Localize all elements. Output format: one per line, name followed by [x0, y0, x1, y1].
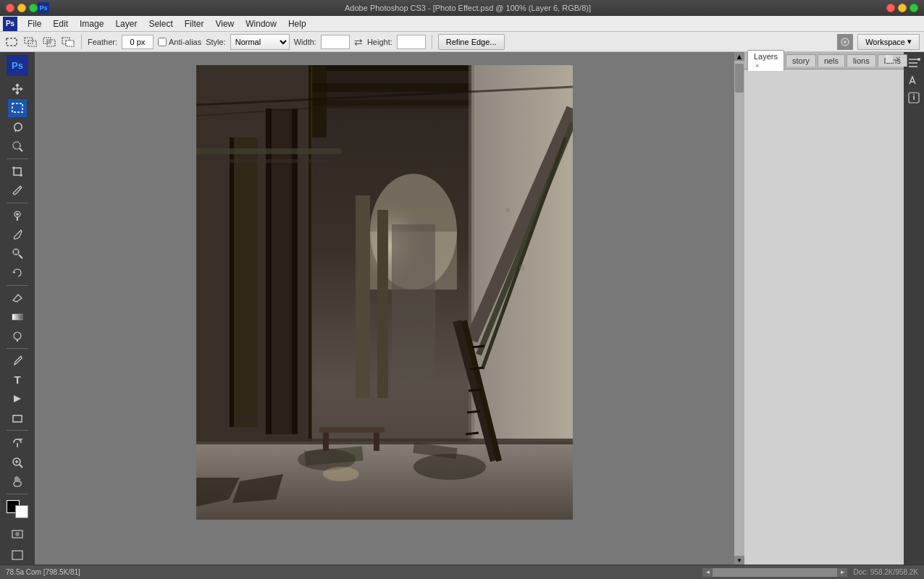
lasso-tool-button[interactable]	[8, 118, 27, 136]
tab-layers[interactable]: Layers ×	[747, 50, 784, 71]
background-color[interactable]	[15, 505, 28, 518]
dodge-tool-button[interactable]	[8, 326, 27, 345]
brush-tool-button[interactable]	[8, 225, 27, 243]
height-input[interactable]	[397, 35, 426, 49]
path-select-button[interactable]	[8, 390, 27, 408]
maximize-button-right[interactable]	[910, 4, 918, 12]
panel-window-controls: ⬜ ✕	[885, 55, 901, 63]
menu-filter[interactable]: Filter	[179, 17, 210, 30]
svg-line-65	[471, 346, 484, 347]
canvas-image[interactable]	[196, 65, 573, 520]
marquee-rect-icon[interactable]	[4, 35, 19, 49]
svg-rect-57	[377, 210, 388, 398]
toolbar-sep-3	[7, 285, 28, 286]
width-input[interactable]	[321, 35, 350, 49]
menu-image[interactable]: Image	[74, 17, 109, 30]
text-tool-button[interactable]: T	[8, 371, 27, 389]
ps-menu-icon: Ps	[3, 17, 17, 31]
toolbar-sep-6	[7, 494, 28, 494]
svg-rect-44	[232, 138, 258, 427]
scroll-left-button[interactable]: ◄	[702, 568, 713, 577]
workspace-button[interactable]: Workspace ▾	[857, 34, 920, 50]
antialias-checkbox[interactable]	[158, 38, 167, 46]
history-brush-button[interactable]	[8, 263, 27, 282]
character-panel-button[interactable]	[906, 72, 922, 88]
marquee-options-icon[interactable]	[23, 35, 38, 49]
feather-label: Feather:	[88, 38, 117, 46]
panels-area: Layers × story nels lions laths ⬜ ✕	[744, 52, 904, 565]
scroll-up-button[interactable]: ▲	[734, 52, 744, 61]
screen-mode-button[interactable]	[8, 546, 27, 565]
svg-rect-5	[47, 40, 51, 43]
hand-tool-button[interactable]	[8, 472, 27, 490]
menu-layer[interactable]: Layer	[109, 17, 143, 30]
svg-line-11	[15, 130, 16, 132]
shape-tool-button[interactable]	[8, 409, 27, 427]
ps-icon: Ps	[38, 2, 49, 14]
pen-tool-button[interactable]	[8, 352, 27, 370]
svg-rect-7	[66, 41, 74, 46]
foreground-background-colors[interactable]	[7, 500, 28, 518]
marquee-subtract-icon[interactable]	[61, 35, 75, 49]
feather-input[interactable]	[122, 35, 154, 49]
menu-edit[interactable]: Edit	[47, 17, 74, 30]
3d-rotate-button[interactable]	[8, 434, 27, 452]
tab-layers-close[interactable]: ×	[755, 62, 759, 69]
tab-actions[interactable]: lions	[847, 54, 876, 67]
photo-content	[196, 65, 573, 520]
marquee-tool-button[interactable]	[8, 99, 27, 117]
gradient-tool-button[interactable]	[8, 308, 27, 326]
eyedropper-tool-button[interactable]	[8, 181, 27, 199]
info-panel-button[interactable]	[906, 90, 922, 106]
separator-1	[81, 35, 82, 49]
quick-select-tool-button[interactable]	[8, 138, 27, 156]
antialias-wrapper: Anti-alias	[158, 38, 201, 46]
svg-line-68	[467, 411, 480, 413]
tab-history[interactable]: story	[786, 54, 816, 67]
menu-help[interactable]: Help	[282, 17, 312, 30]
menu-view[interactable]: View	[209, 17, 240, 30]
menu-window[interactable]: Window	[240, 17, 282, 30]
healing-brush-button[interactable]	[8, 206, 27, 224]
menu-select[interactable]: Select	[143, 17, 178, 30]
tool-presets-button[interactable]	[906, 55, 922, 71]
minimize-button-right[interactable]	[898, 4, 907, 12]
svg-rect-45	[230, 138, 234, 427]
eraser-tool-button[interactable]	[8, 289, 27, 307]
brush-preset-icon[interactable]	[837, 34, 853, 50]
panel-close[interactable]: ✕	[895, 55, 901, 63]
svg-rect-70	[319, 427, 385, 433]
close-button-right[interactable]	[886, 4, 895, 12]
width-label: Width:	[294, 38, 316, 46]
svg-point-9	[844, 41, 847, 43]
crop-tool-button[interactable]	[8, 162, 27, 180]
style-select[interactable]: Normal Fixed Ratio Fixed Size	[230, 34, 290, 50]
swap-dimensions-icon[interactable]: ⇄	[354, 36, 363, 48]
panel-minimize[interactable]: ⬜	[885, 55, 894, 63]
close-button[interactable]	[6, 4, 14, 12]
panel-body	[744, 69, 904, 565]
clone-stamp-button[interactable]	[8, 245, 27, 263]
tab-channels[interactable]: nels	[818, 54, 845, 67]
scroll-thumb[interactable]	[735, 64, 744, 93]
refine-edge-button[interactable]: Refine Edge...	[438, 34, 505, 50]
scroll-down-button[interactable]: ▼	[734, 556, 744, 565]
svg-rect-20	[12, 314, 22, 320]
marquee-intersect-icon[interactable]	[42, 35, 56, 49]
svg-rect-31	[12, 551, 22, 559]
far-right-toolbar	[904, 52, 924, 565]
menu-bar: Ps File Edit Image Layer Select Filter V…	[0, 16, 924, 32]
maximize-button[interactable]	[29, 4, 38, 12]
svg-line-13	[20, 148, 22, 151]
menu-file[interactable]: File	[22, 17, 47, 30]
svg-rect-82	[196, 159, 327, 163]
quick-mask-button[interactable]	[8, 525, 27, 544]
zoom-tool-button[interactable]	[8, 453, 27, 471]
scroll-right-button[interactable]: ►	[837, 568, 847, 577]
svg-point-79	[519, 265, 525, 271]
minimize-button[interactable]	[17, 4, 26, 12]
move-tool-button[interactable]	[8, 80, 27, 98]
right-scrollbar[interactable]: ▲ ▼	[734, 52, 744, 565]
h-scroll-thumb[interactable]: ◄ ►	[702, 568, 847, 577]
svg-rect-56	[356, 195, 370, 398]
